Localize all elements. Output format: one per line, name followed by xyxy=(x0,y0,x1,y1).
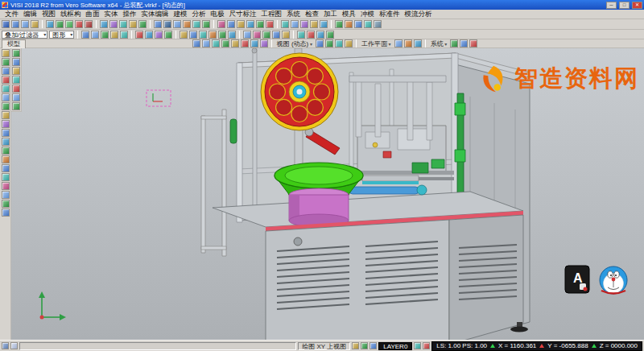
toolbar-icon[interactable] xyxy=(414,39,422,47)
toolbar-icon[interactable] xyxy=(11,20,19,28)
toolbar-icon[interactable] xyxy=(2,138,10,146)
toolbar-icon[interactable] xyxy=(246,20,254,28)
menu-item[interactable]: 模具 xyxy=(340,10,358,19)
toolbar-icon[interactable] xyxy=(231,39,239,47)
toolbar-icon[interactable] xyxy=(31,20,39,28)
toolbar-icon[interactable] xyxy=(266,20,274,28)
toolbar-icon[interactable] xyxy=(354,20,362,28)
toolbar-icon[interactable] xyxy=(262,31,270,39)
toolbar-icon[interactable] xyxy=(46,20,54,28)
toolbar-icon[interactable] xyxy=(10,342,18,349)
ime-keycap-icon[interactable]: A xyxy=(565,266,589,293)
menu-item[interactable]: 冲模 xyxy=(358,10,377,19)
toolbar-label[interactable]: 工作平面 xyxy=(360,39,393,48)
menu-item[interactable]: 线框构 xyxy=(58,10,84,19)
menu-item[interactable]: 视图 xyxy=(39,10,58,19)
toolbar-icon[interactable] xyxy=(352,342,359,349)
toolbar-icon[interactable] xyxy=(320,20,328,28)
toolbar-icon[interactable] xyxy=(2,85,10,93)
toolbar-icon[interactable] xyxy=(91,31,99,39)
menu-item[interactable]: 模流分析 xyxy=(402,10,435,19)
toolbar-icon[interactable] xyxy=(404,39,412,47)
toolbar-icon[interactable] xyxy=(212,39,220,47)
toolbar-icon[interactable] xyxy=(310,20,318,28)
toolbar-icon[interactable] xyxy=(202,39,210,47)
toolbar-icon[interactable] xyxy=(2,164,10,172)
menu-item[interactable]: 尺寸标注 xyxy=(227,10,259,19)
toolbar-icon[interactable] xyxy=(250,39,258,47)
toolbar-icon[interactable] xyxy=(2,155,10,163)
toolbar-icon[interactable] xyxy=(237,20,245,28)
menu-item[interactable]: 电极 xyxy=(208,10,227,19)
toolbar-icon[interactable] xyxy=(281,20,289,28)
toolbar-icon[interactable] xyxy=(335,20,343,28)
toolbar-icon[interactable] xyxy=(2,129,10,137)
toolbar-icon[interactable] xyxy=(345,20,353,28)
3d-viewport[interactable]: A xyxy=(11,48,644,340)
toolbar-icon[interactable] xyxy=(2,49,10,57)
toolbar-icon[interactable] xyxy=(2,76,10,84)
toolbar-label[interactable]: 叠加/过滤器 xyxy=(2,31,47,39)
toolbar-icon[interactable] xyxy=(325,39,333,47)
toolbar-label[interactable]: 系统 xyxy=(429,39,449,48)
toolbar-icon[interactable] xyxy=(217,20,225,28)
toolbar-icon[interactable] xyxy=(101,31,109,39)
toolbar-icon[interactable] xyxy=(260,39,268,47)
toolbar-icon[interactable] xyxy=(291,20,299,28)
menu-item[interactable]: 实体 xyxy=(102,10,121,19)
toolbar-icon[interactable] xyxy=(450,39,458,47)
toolbar-icon[interactable] xyxy=(316,39,324,47)
toolbar-icon[interactable] xyxy=(369,342,377,349)
maximize-button[interactable]: □ xyxy=(619,2,630,9)
toolbar-icon[interactable] xyxy=(192,39,200,47)
toolbar-icon[interactable] xyxy=(243,31,251,39)
active-layer-chip[interactable]: LAYER0 xyxy=(378,342,412,350)
toolbar-icon[interactable] xyxy=(2,200,10,208)
toolbar-icon[interactable] xyxy=(65,20,73,28)
toolbar-icon[interactable] xyxy=(345,39,353,47)
toolbar-icon[interactable] xyxy=(2,93,10,101)
toolbar-icon[interactable] xyxy=(253,31,261,39)
toolbar-icon[interactable] xyxy=(460,39,468,47)
toolbar-icon[interactable] xyxy=(138,20,147,28)
toolbar-icon[interactable] xyxy=(414,342,421,349)
toolbar-icon[interactable] xyxy=(374,20,382,28)
toolbar-icon[interactable] xyxy=(2,342,9,349)
toolbar-icon[interactable] xyxy=(394,39,402,47)
toolbar-icon[interactable] xyxy=(2,58,10,66)
menu-item[interactable]: 建模 xyxy=(171,10,190,19)
toolbar-icon[interactable] xyxy=(307,31,315,39)
toolbar-icon[interactable] xyxy=(109,20,118,28)
toolbar-icon[interactable] xyxy=(110,31,118,39)
toolbar-icon[interactable] xyxy=(2,20,10,28)
toolbar-icon[interactable] xyxy=(227,20,235,28)
toolbar-icon[interactable] xyxy=(155,31,163,39)
toolbar-icon[interactable] xyxy=(192,20,200,28)
toolbar-icon[interactable] xyxy=(2,102,10,110)
toolbar-icon[interactable] xyxy=(2,191,10,199)
toolbar-label[interactable]: 视图 (动态) xyxy=(275,39,314,48)
toolbar-icon[interactable] xyxy=(272,31,280,39)
toolbar-icon[interactable] xyxy=(189,31,197,39)
toolbar-icon[interactable] xyxy=(228,31,236,39)
toolbar-icon[interactable] xyxy=(12,85,20,93)
menu-item[interactable]: 系统 xyxy=(284,10,303,19)
toolbar-icon[interactable] xyxy=(163,20,171,28)
toolbar-icon[interactable] xyxy=(469,39,477,47)
toolbar-icon[interactable] xyxy=(56,20,64,28)
toolbar-icon[interactable] xyxy=(282,31,290,39)
menu-item[interactable]: 分析 xyxy=(190,10,208,19)
toolbar-icon[interactable] xyxy=(12,49,20,57)
menu-item[interactable]: 操作 xyxy=(121,10,139,19)
menu-item[interactable]: 标准件 xyxy=(377,10,402,19)
toolbar-icon[interactable] xyxy=(2,173,10,181)
toolbar-icon[interactable] xyxy=(180,31,188,39)
toolbar-icon[interactable] xyxy=(154,20,162,28)
toolbar-icon[interactable] xyxy=(21,20,29,28)
toolbar-icon[interactable] xyxy=(199,31,207,39)
minimize-button[interactable]: ─ xyxy=(606,2,617,9)
toolbar-icon[interactable] xyxy=(129,20,137,28)
toolbar-icon[interactable] xyxy=(12,102,20,110)
toolbar-icon[interactable] xyxy=(100,20,108,28)
toolbar-icon[interactable] xyxy=(183,20,191,28)
